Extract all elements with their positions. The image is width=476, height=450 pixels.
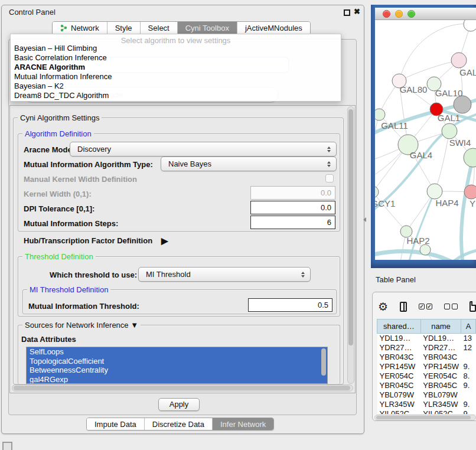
gear-icon[interactable]: ⚙ xyxy=(378,301,388,312)
settings-vertical-scrollbar[interactable] xyxy=(347,106,354,384)
expand-arrow-icon[interactable]: ▶ xyxy=(161,236,168,246)
table-row[interactable]: YDR27…YDR27…12 xyxy=(377,343,476,353)
checked-pair-icon[interactable]: ✓✓ xyxy=(419,304,432,309)
zoom-traffic-light-icon[interactable] xyxy=(407,10,415,18)
threshold-definition-title: Threshold Definition xyxy=(22,252,96,261)
table-row[interactable]: YBR043CYBR043C xyxy=(377,353,476,362)
manual-kernel-width-checkbox[interactable] xyxy=(325,174,334,182)
tab-select[interactable]: Select xyxy=(141,22,178,34)
table-cell: 8. xyxy=(461,371,476,381)
network-node[interactable] xyxy=(420,244,431,255)
table-row[interactable]: YIL052CYIL052C9 xyxy=(377,409,476,415)
table-row[interactable]: YDL19…YDL19…13 xyxy=(377,334,476,343)
algorithm-option[interactable]: Dream8 DC_TDC Algorithm xyxy=(11,91,341,100)
node-table[interactable]: shared…nameA YDL19…YDL19…13YDR27…YDR27…1… xyxy=(377,319,476,414)
attribute-item[interactable]: BetweennessCentrality xyxy=(27,366,327,375)
splitpane-collapse-icon[interactable] xyxy=(363,217,366,222)
dpi-tolerance-field[interactable]: 0.0 xyxy=(250,201,335,214)
node-label: GAL11 xyxy=(381,120,408,131)
aracne-mode-value: Discovery xyxy=(77,145,111,154)
table-cell: YBR043C xyxy=(420,353,461,362)
mi-threshold-field[interactable]: 0.5 xyxy=(248,298,332,312)
settings-horizontal-scrollbar[interactable] xyxy=(12,384,353,392)
sources-title[interactable]: Sources for Network Inference ▼ xyxy=(22,321,141,330)
mi-steps-label: Mutual Information Steps: xyxy=(24,219,118,228)
network-edge[interactable] xyxy=(399,60,459,81)
tab-cyni-toolbox[interactable]: Cyni Toolbox xyxy=(178,22,237,34)
combo-arrows-icon xyxy=(327,146,331,152)
minimize-traffic-light-icon[interactable] xyxy=(395,10,403,18)
node-label: GAL1 xyxy=(438,113,460,123)
hub-tf-definition-label[interactable]: Hub/Transcription Factor Definition xyxy=(24,236,152,245)
table-cell xyxy=(461,353,476,362)
unchecked-pair-icon[interactable] xyxy=(444,304,458,309)
network-node[interactable] xyxy=(464,148,476,167)
attr-list-scrollbar[interactable] xyxy=(321,348,326,376)
kernel-width-field[interactable]: 0.0 xyxy=(250,186,335,200)
close-traffic-light-icon[interactable] xyxy=(383,10,390,18)
network-node[interactable] xyxy=(427,184,442,199)
table-row[interactable]: YLR345WYLR345W9. xyxy=(377,400,476,409)
tab-network[interactable]: Network xyxy=(53,22,107,34)
minimized-panel-icon[interactable] xyxy=(2,442,12,450)
tab-style[interactable]: Style xyxy=(107,22,141,34)
tab-jactivemnodules[interactable]: jActiveMNodules xyxy=(237,22,310,34)
table-cell: 9. xyxy=(461,400,476,409)
network-node[interactable] xyxy=(454,96,471,113)
table-row[interactable]: YBL079WYBL079W xyxy=(377,390,476,400)
node-label: GCY1 xyxy=(375,198,395,208)
tab-infer-network[interactable]: Infer Network xyxy=(213,418,273,430)
network-edge[interactable] xyxy=(375,115,379,192)
algorithm-option[interactable]: Mutual Information Inference xyxy=(11,72,341,81)
mi-algorithm-type-combobox[interactable]: Naive Bayes xyxy=(161,156,337,171)
network-canvas[interactable]: GALGAL80GAL10GAL1GAL11SWI4GAL4GCY1HAP4YH… xyxy=(375,20,476,260)
table-cell: YDR27… xyxy=(377,343,421,353)
algorithm-option[interactable]: Bayesian – Hill Climbing xyxy=(11,44,341,53)
network-edge[interactable] xyxy=(461,158,473,260)
which-threshold-combobox[interactable]: MI Threshold xyxy=(138,267,311,282)
network-node[interactable] xyxy=(375,186,379,198)
table-row[interactable]: YBR045CYBR045C9. xyxy=(377,381,476,390)
tab-discretize-data[interactable]: Discretize Data xyxy=(145,418,213,430)
attribute-item[interactable]: SelfLoops xyxy=(27,347,327,357)
network-node[interactable] xyxy=(451,53,467,68)
attribute-item[interactable]: TopologicalCoefficient xyxy=(27,357,327,366)
tab-impute-data[interactable]: Impute Data xyxy=(87,418,145,430)
table-cell: YIL052C xyxy=(377,409,421,415)
table-row[interactable]: YPR145WYPR145W9. xyxy=(377,362,476,371)
table-row[interactable]: YER054CYER054C8. xyxy=(377,371,476,381)
float-window-icon[interactable] xyxy=(344,9,350,16)
algorithm-option[interactable]: Bayesian – K2 xyxy=(11,81,341,91)
tab-label: Select xyxy=(148,24,169,32)
network-node[interactable] xyxy=(375,109,385,120)
algorithm-option[interactable]: Basic Correlation Inference xyxy=(11,53,341,63)
mi-threshold-definition-title: MI Threshold Definition xyxy=(27,285,110,294)
network-node[interactable] xyxy=(442,123,457,139)
node-label: HAP2 xyxy=(406,236,429,246)
algorithm-option[interactable]: ARACNE Algorithm xyxy=(11,63,341,72)
table-cell: YPR145W xyxy=(420,362,461,371)
mi-algorithm-type-label: Mutual Information Algorithm Type: xyxy=(24,160,153,169)
column-header[interactable]: shared… xyxy=(377,319,421,334)
columns-icon[interactable] xyxy=(400,302,407,312)
network-node[interactable] xyxy=(464,185,476,199)
attribute-item[interactable]: gal4RGexp xyxy=(27,375,327,384)
table-horizontal-scrollbar[interactable] xyxy=(374,415,476,420)
dpi-tolerance-label: DPI Tolerance [0,1]: xyxy=(24,204,94,213)
data-attributes-label: Data Attributes xyxy=(21,335,76,344)
close-icon[interactable]: ✖ xyxy=(354,7,360,16)
mi-steps-field[interactable]: 6 xyxy=(250,216,335,229)
data-attributes-list[interactable]: SelfLoopsTopologicalCoefficientBetweenne… xyxy=(26,347,328,384)
table-cell: YDL19… xyxy=(420,334,461,343)
table-cell: YLR345W xyxy=(377,400,421,409)
manual-kernel-width-label: Manual Kernel Width Definition xyxy=(24,175,137,184)
network-window-titlebar[interactable] xyxy=(375,8,476,20)
column-header[interactable]: A xyxy=(461,319,476,334)
file-icon[interactable] xyxy=(470,301,476,312)
network-node[interactable] xyxy=(464,20,476,31)
apply-button[interactable]: Apply xyxy=(158,398,200,411)
algorithm-popup-prompt: Select algorithm to view settings xyxy=(11,34,341,44)
column-header[interactable]: name xyxy=(420,319,461,334)
aracne-mode-combobox[interactable]: Discovery xyxy=(70,142,337,156)
network-icon xyxy=(60,24,68,32)
